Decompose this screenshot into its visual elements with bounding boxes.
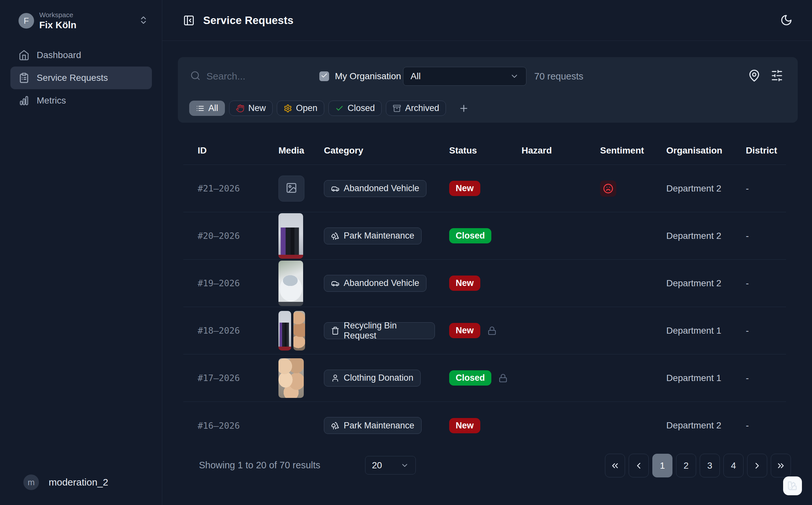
page-button-3[interactable]: 3 [700, 454, 720, 477]
add-filter-button[interactable] [458, 103, 469, 114]
chevron-down-icon [510, 72, 519, 81]
sidebar-item-metrics[interactable]: Metrics [10, 89, 152, 112]
status-badge: New [449, 276, 480, 291]
theme-toggle-button[interactable] [780, 14, 794, 28]
list-icon [196, 104, 204, 113]
my-organisation-checkbox[interactable] [319, 71, 329, 81]
filter-chip-open[interactable]: Open [277, 101, 324, 116]
table-row[interactable]: #20–2026Park MaintenanceClosedDepartment… [183, 212, 786, 260]
created-cell: ( [783, 231, 786, 241]
filter-chip-archived[interactable]: Archived [386, 101, 446, 116]
column-header-created: Created [783, 145, 786, 156]
swatchbook-icon [787, 480, 798, 492]
category-chip: Park Maintenance [324, 417, 422, 434]
filter-chip-closed[interactable]: Closed [329, 101, 382, 116]
media-thumbnail[interactable] [278, 213, 303, 259]
workspace-label: Workspace [39, 11, 139, 19]
chevron-down-icon [400, 461, 409, 470]
created-cell: ( [783, 183, 786, 194]
district-cell: - [732, 231, 783, 241]
status-badge: Closed [449, 228, 491, 243]
filter-panel: My Organisation All 70 requests AllNewOp… [178, 57, 798, 123]
sidebar-item-service-requests[interactable]: Service Requests [10, 66, 152, 89]
moon-icon [780, 14, 793, 28]
page-button-1[interactable]: 1 [652, 454, 672, 477]
organisation-cell: Department 1 [652, 373, 732, 383]
car-icon [331, 279, 340, 288]
first-page-button[interactable] [605, 454, 625, 477]
sidebar-item-dashboard[interactable]: Dashboard [10, 44, 152, 66]
next-page-button[interactable] [747, 454, 767, 477]
status-badge: New [449, 418, 480, 433]
lock-icon [498, 373, 508, 383]
user-menu[interactable]: m moderation_2 [23, 475, 108, 490]
chart-icon [18, 95, 29, 106]
page-size-select[interactable]: 20 [365, 456, 416, 475]
created-cell: ( [783, 278, 786, 289]
results-summary: Showing 1 to 20 of 70 results [199, 454, 320, 476]
media-thumbnail[interactable] [278, 406, 303, 445]
media-thumbnails[interactable] [278, 311, 305, 350]
gear-icon [284, 104, 292, 113]
request-id: #19–2026 [183, 278, 264, 288]
filter-chip-new[interactable]: New [229, 101, 272, 116]
sidebar-nav: DashboardService RequestsMetrics [0, 44, 162, 112]
media-thumbnail[interactable] [278, 358, 304, 398]
collapse-sidebar-icon[interactable] [183, 15, 195, 26]
advanced-filters-button[interactable] [769, 68, 785, 84]
status-cell: New [435, 276, 507, 291]
category-chip: Recycling Bin Request [324, 322, 435, 339]
page-title: Service Requests [203, 14, 293, 27]
organisation-cell: Department 2 [652, 420, 732, 431]
trash-icon [331, 327, 340, 335]
table-row[interactable]: #16–2026Park MaintenanceNewDepartment 2-… [183, 402, 786, 449]
table-row[interactable]: #18–2026Recycling Bin RequestNewDepartme… [183, 307, 786, 354]
media-thumbnail [278, 311, 291, 350]
my-organisation-toggle[interactable]: My Organisation [319, 67, 401, 86]
filter-chip-all[interactable]: All [189, 101, 225, 116]
sidebar-item-label: Service Requests [37, 73, 108, 83]
page-button-4[interactable]: 4 [724, 454, 744, 477]
page-button-2[interactable]: 2 [676, 454, 696, 477]
organisation-select[interactable]: All [403, 67, 527, 86]
status-badge: New [449, 323, 480, 338]
media-thumbnail[interactable] [278, 261, 303, 306]
workspace-switcher[interactable]: F Workspace Fix Köln [18, 12, 148, 29]
map-pin-icon [748, 69, 761, 83]
app-root: F Workspace Fix Köln DashboardService Re… [0, 0, 812, 505]
status-badge: New [449, 181, 480, 196]
theme-widget-button[interactable] [783, 476, 802, 495]
request-id: #17–2026 [183, 373, 264, 383]
search-input[interactable] [206, 71, 304, 82]
media-cell [264, 213, 310, 259]
request-id: #20–2026 [183, 231, 264, 241]
table-footer: Showing 1 to 20 of 70 results 20 1234 [199, 454, 791, 476]
organisation-cell: Department 2 [652, 231, 732, 241]
media-placeholder[interactable] [278, 176, 304, 201]
archive-icon [393, 104, 401, 113]
table-row[interactable]: #21–2026Abandoned VehicleNewDepartment 2… [183, 165, 786, 212]
organisation-select-value: All [411, 71, 510, 81]
status-filter-chips: AllNewOpenClosedArchived [189, 101, 469, 116]
category-label: Park Maintenance [344, 231, 414, 241]
pagination: 1234 [605, 454, 791, 477]
lock-icon [487, 326, 496, 335]
person-icon [331, 374, 340, 382]
map-view-button[interactable] [747, 68, 762, 84]
district-cell: - [732, 278, 783, 289]
table-row[interactable]: #17–2026Clothing DonationClosedDepartmen… [183, 354, 786, 402]
hand-icon [236, 104, 244, 113]
status-cell: New [435, 181, 507, 196]
last-page-button[interactable] [771, 454, 791, 477]
table-header-row: IDMediaCategoryStatusHazardSentimentOrga… [183, 136, 786, 165]
previous-page-button[interactable] [629, 454, 649, 477]
created-cell: ( [783, 326, 786, 336]
category-cell: Abandoned Vehicle [310, 180, 435, 197]
category-chip: Park Maintenance [324, 227, 422, 244]
category-label: Park Maintenance [344, 420, 414, 431]
request-id: #16–2026 [183, 420, 264, 431]
table-row[interactable]: #19–2026Abandoned VehicleNewDepartment 2… [183, 260, 786, 307]
filter-chip-label: Closed [348, 103, 375, 113]
category-chip: Abandoned Vehicle [324, 180, 426, 197]
home-icon [18, 50, 29, 61]
